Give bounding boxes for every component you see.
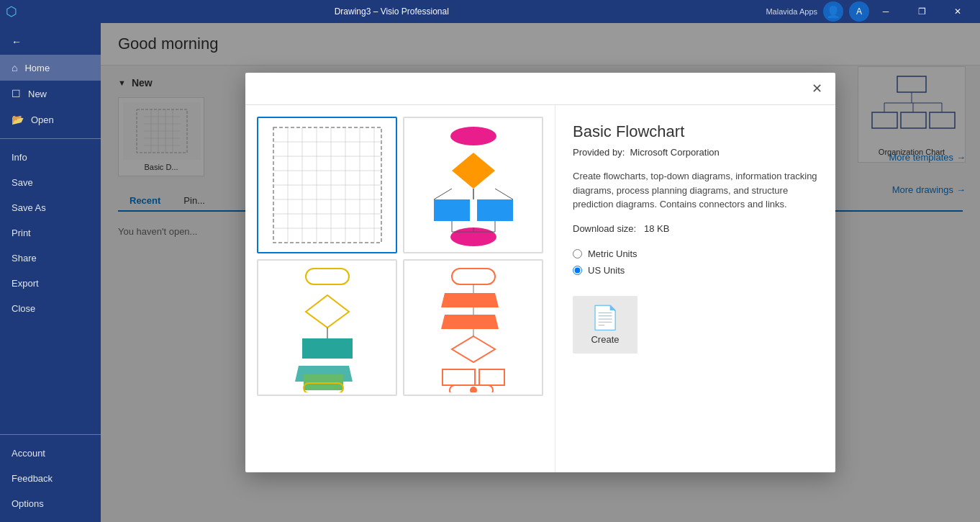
svg-line-40 bbox=[434, 189, 452, 199]
svg-marker-57 bbox=[452, 336, 495, 362]
info-label: Info bbox=[12, 152, 27, 163]
sidebar-item-options[interactable]: Options bbox=[0, 491, 101, 516]
home-icon: ⌂ bbox=[12, 62, 17, 73]
sidebar-item-home[interactable]: ⌂ Home bbox=[0, 55, 101, 81]
sidebar-item-info[interactable]: Info bbox=[0, 145, 101, 170]
titlebar-icons: Malavida Apps 👤 A bbox=[766, 1, 869, 22]
new-icon: ☐ bbox=[12, 88, 21, 99]
sidebar-item-save[interactable]: Save bbox=[0, 170, 101, 195]
sidebar-item-new[interactable]: ☐ New bbox=[0, 81, 101, 107]
feedback-label: Feedback bbox=[12, 473, 53, 484]
close-label: Close bbox=[12, 303, 35, 314]
modal-dialog: ✕ bbox=[245, 73, 835, 472]
options-label: Options bbox=[12, 498, 44, 509]
print-label: Print bbox=[12, 228, 31, 238]
us-units-option[interactable]: US Units bbox=[573, 265, 818, 276]
metric-units-radio[interactable] bbox=[573, 249, 582, 258]
svg-rect-54 bbox=[452, 269, 495, 284]
export-label: Export bbox=[12, 278, 39, 289]
svg-marker-56 bbox=[441, 315, 499, 329]
titlebar-controls: ─ ❐ ✕ bbox=[869, 0, 974, 23]
save-as-label: Save As bbox=[12, 202, 46, 213]
metric-units-label: Metric Units bbox=[588, 248, 638, 259]
us-units-label: US Units bbox=[588, 265, 625, 276]
modal-close-button[interactable]: ✕ bbox=[807, 78, 827, 99]
minimize-button[interactable]: ─ bbox=[869, 0, 902, 23]
create-icon: 📄 bbox=[591, 304, 620, 331]
svg-rect-47 bbox=[306, 269, 349, 284]
modal-title: Basic Flowchart bbox=[573, 122, 818, 141]
template-card-tealflow[interactable] bbox=[257, 259, 397, 396]
template-card-grid[interactable] bbox=[257, 117, 397, 253]
save-label: Save bbox=[12, 177, 33, 188]
account-label: Account bbox=[12, 448, 45, 459]
svg-rect-37 bbox=[434, 199, 470, 221]
titlebar-title: Drawing3 – Visio Professional bbox=[17, 6, 766, 17]
sidebar-item-open[interactable]: 📂 Open bbox=[0, 107, 101, 132]
create-button[interactable]: 📄 Create bbox=[573, 296, 638, 354]
svg-point-61 bbox=[470, 387, 477, 392]
svg-line-41 bbox=[495, 189, 513, 199]
sidebar-item-close[interactable]: Close bbox=[0, 296, 101, 321]
sidebar-item-feedback[interactable]: Feedback bbox=[0, 466, 101, 491]
us-units-radio[interactable] bbox=[573, 266, 582, 275]
svg-marker-55 bbox=[441, 293, 499, 307]
svg-marker-48 bbox=[306, 295, 349, 328]
back-icon: ← bbox=[12, 36, 22, 48]
sidebar-item-save-as[interactable]: Save As bbox=[0, 195, 101, 220]
svg-rect-58 bbox=[443, 369, 475, 385]
svg-rect-50 bbox=[302, 338, 353, 359]
titlebar-left: ⬡ bbox=[6, 4, 17, 19]
home-label: Home bbox=[24, 63, 50, 73]
open-icon: 📂 bbox=[12, 114, 24, 125]
svg-point-34 bbox=[450, 127, 496, 145]
template-grid bbox=[245, 105, 555, 472]
template-card-colorflow[interactable] bbox=[403, 117, 543, 253]
modal-overlay: ✕ bbox=[101, 23, 980, 522]
modal-download-size: Download size: 18 KB bbox=[573, 223, 818, 234]
main-area: Good morning ▼ New bbox=[101, 23, 980, 522]
sidebar-item-account[interactable]: Account bbox=[0, 441, 101, 466]
app-icon: ⬡ bbox=[6, 4, 17, 19]
create-label: Create bbox=[591, 334, 619, 345]
new-label: New bbox=[28, 89, 47, 99]
back-button[interactable]: ← bbox=[0, 29, 101, 55]
svg-marker-35 bbox=[452, 153, 495, 189]
avatar: 👤 bbox=[823, 1, 843, 22]
sidebar-item-export[interactable]: Export bbox=[0, 271, 101, 296]
sidebar-divider-2 bbox=[0, 434, 101, 435]
open-label: Open bbox=[31, 114, 54, 125]
svg-rect-59 bbox=[479, 369, 504, 385]
titlebar: ⬡ Drawing3 – Visio Professional Malavida… bbox=[0, 0, 980, 23]
units-radio-group: Metric Units US Units bbox=[573, 248, 818, 282]
close-window-button[interactable]: ✕ bbox=[941, 0, 974, 23]
sidebar-item-share[interactable]: Share bbox=[0, 246, 101, 271]
modal-header: ✕ bbox=[245, 73, 835, 105]
restore-button[interactable]: ❐ bbox=[905, 0, 938, 23]
modal-provider: Provided by: Microsoft Corporation bbox=[573, 147, 818, 158]
svg-rect-38 bbox=[477, 199, 513, 221]
app-label: Malavida Apps bbox=[766, 7, 817, 16]
sidebar-divider-1 bbox=[0, 138, 101, 139]
share-label: Share bbox=[12, 253, 37, 264]
account-icon: A bbox=[849, 1, 869, 22]
modal-description: Create flowcharts, top-down diagrams, in… bbox=[573, 169, 818, 212]
sidebar: ← ⌂ Home ☐ New 📂 Open Info Save Save As … bbox=[0, 23, 101, 522]
modal-body: Basic Flowchart Provided by: Microsoft C… bbox=[245, 105, 835, 472]
metric-units-option[interactable]: Metric Units bbox=[573, 248, 818, 259]
modal-info-panel: Basic Flowchart Provided by: Microsoft C… bbox=[555, 105, 835, 472]
sidebar-item-print[interactable]: Print bbox=[0, 220, 101, 246]
template-card-orangeflow[interactable] bbox=[403, 259, 543, 396]
